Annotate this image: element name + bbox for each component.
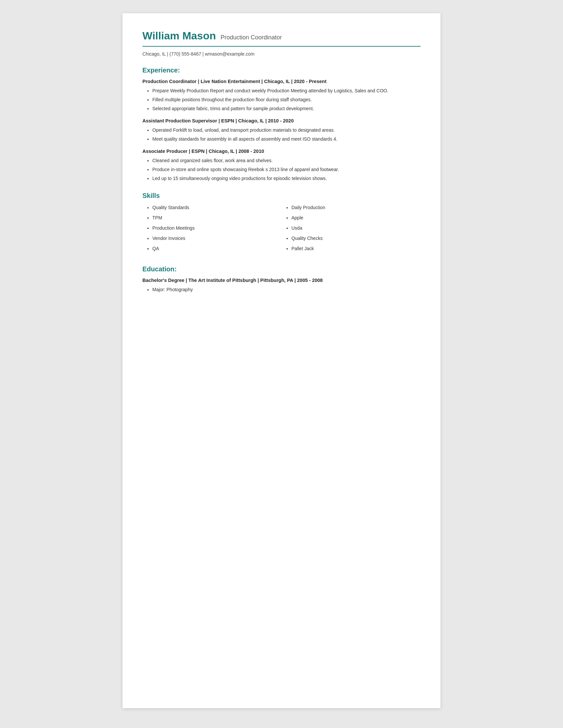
skill-item: Daily Production <box>292 204 414 211</box>
bullet-item: Produce in-store and online spots showca… <box>152 166 421 173</box>
skill-item: Quality Standards <box>152 204 275 211</box>
skill-item: QA <box>152 245 275 252</box>
job-header-2: Assistant Production Supervisor | ESPN |… <box>142 118 421 123</box>
bullet-item: Filled multiple positions throughout the… <box>152 96 421 103</box>
header-divider <box>142 46 421 47</box>
bullet-item: Operated Forklift to load, unload, and t… <box>152 127 421 134</box>
full-name: William Mason <box>142 30 216 42</box>
job-bullets-1: Prepare Weekly Production Report and con… <box>142 87 421 112</box>
skill-item: Usda <box>292 225 414 232</box>
skill-item: Apple <box>292 214 414 221</box>
contact-info: Chicago, IL | (770) 555-8467 | wmason@ex… <box>142 51 421 57</box>
skills-section: Skills Quality Standards TPM Production … <box>142 192 421 255</box>
skills-grid: Quality Standards TPM Production Meeting… <box>142 204 421 255</box>
experience-section: Experience: Production Coordinator | Liv… <box>142 67 421 182</box>
skill-item: Vendor Invoices <box>152 235 275 242</box>
skills-column-right: Daily Production Apple Usda Quality Chec… <box>282 204 421 255</box>
education-header-1: Bachelor's Degree | The Art Institute of… <box>142 278 421 283</box>
job-bullets-2: Operated Forklift to load, unload, and t… <box>142 127 421 143</box>
job-header-3: Associate Producer | ESPN | Chicago, IL … <box>142 149 421 154</box>
job-entry-3: Associate Producer | ESPN | Chicago, IL … <box>142 149 421 182</box>
job-entry-2: Assistant Production Supervisor | ESPN |… <box>142 118 421 143</box>
name-title-row: William Mason Production Coordinator <box>142 30 421 42</box>
education-entry-1: Bachelor's Degree | The Art Institute of… <box>142 278 421 293</box>
skill-item: Production Meetings <box>152 225 275 232</box>
skills-section-title: Skills <box>142 192 421 200</box>
skills-column-left: Quality Standards TPM Production Meeting… <box>142 204 282 255</box>
education-section-title: Education: <box>142 265 421 273</box>
job-header-1: Production Coordinator | Live Nation Ent… <box>142 79 421 84</box>
resume-container: William Mason Production Coordinator Chi… <box>122 13 441 708</box>
bullet-item: Cleaned and organized sales floor, work … <box>152 157 421 164</box>
job-entry-1: Production Coordinator | Live Nation Ent… <box>142 79 421 112</box>
bullet-item: Led up to 15 simultaneously ongoing vide… <box>152 175 421 182</box>
skill-item: Pallet Jack <box>292 245 414 252</box>
header-section: William Mason Production Coordinator Chi… <box>142 30 421 57</box>
education-bullets-1: Major: Photography <box>142 286 421 293</box>
experience-section-title: Experience: <box>142 67 421 74</box>
job-title: Production Coordinator <box>220 34 282 41</box>
skills-list-left: Quality Standards TPM Production Meeting… <box>142 204 275 252</box>
bullet-item: Prepare Weekly Production Report and con… <box>152 87 421 94</box>
bullet-item: Major: Photography <box>152 286 421 293</box>
skills-list-right: Daily Production Apple Usda Quality Chec… <box>282 204 414 252</box>
bullet-item: Selected appropriate fabric, trims and p… <box>152 105 421 112</box>
job-bullets-3: Cleaned and organized sales floor, work … <box>142 157 421 182</box>
education-section: Education: Bachelor's Degree | The Art I… <box>142 265 421 293</box>
skill-item: TPM <box>152 214 275 221</box>
bullet-item: Meet quality standards for assembly in a… <box>152 136 421 143</box>
skill-item: Quality Checks <box>292 235 414 242</box>
